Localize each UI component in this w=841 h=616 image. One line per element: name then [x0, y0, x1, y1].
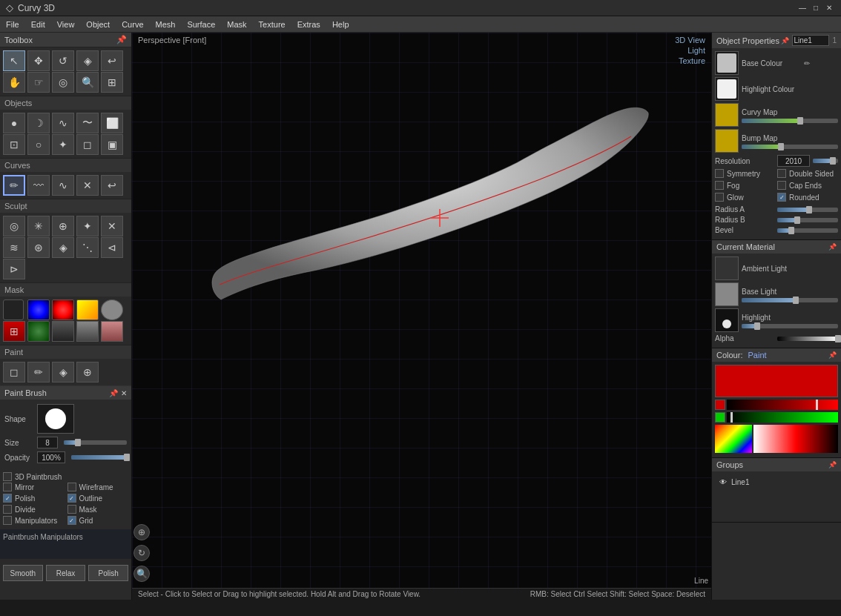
double-sided-checkbox[interactable] — [777, 169, 786, 178]
menu-surface[interactable]: Surface — [181, 19, 221, 30]
hue-box[interactable] — [715, 425, 752, 453]
mask-4[interactable] — [76, 299, 99, 320]
smooth-button[interactable]: Smooth — [3, 565, 43, 581]
paint-2[interactable]: ✏ — [27, 362, 50, 382]
tilde-tool[interactable]: 〜 — [76, 113, 99, 133]
highlight-colour-preview[interactable] — [715, 77, 739, 101]
mask-6[interactable]: ⊞ — [3, 321, 25, 342]
resolution-slider[interactable] — [813, 159, 838, 163]
wireframe-checkbox[interactable] — [67, 483, 76, 491]
bezier-tool[interactable]: 〰 — [27, 175, 50, 196]
polish-checkbox[interactable]: ✓ — [3, 494, 12, 503]
green-swatch-small[interactable] — [715, 412, 725, 423]
mask-2[interactable] — [27, 299, 50, 320]
base-light-slider[interactable] — [742, 298, 838, 302]
view-light-option[interactable]: Light — [687, 46, 705, 55]
crescent-tool[interactable]: ☽ — [27, 113, 50, 133]
sculpt-4[interactable]: ✦ — [76, 216, 99, 236]
outline-checkbox[interactable]: ✓ — [67, 494, 76, 503]
mask-10[interactable] — [101, 321, 123, 342]
sculpt-5[interactable]: ✕ — [101, 216, 123, 236]
undo-tool[interactable]: ↩ — [101, 50, 123, 71]
colour-pin-icon[interactable]: 📌 — [828, 351, 837, 359]
menu-extras[interactable]: Extras — [291, 19, 326, 30]
star-tool[interactable]: ✦ — [52, 134, 74, 155]
ring-tool[interactable]: ○ — [27, 134, 50, 155]
wave-tool[interactable]: ∿ — [52, 113, 74, 133]
size-slider[interactable] — [64, 440, 127, 445]
resolution-input[interactable] — [777, 155, 810, 167]
polish-action-button[interactable]: Polish — [88, 565, 128, 581]
current-material-pin-icon[interactable]: 📌 — [828, 243, 837, 251]
mask-7[interactable] — [27, 321, 50, 342]
select-tool[interactable]: ↖ — [3, 50, 25, 71]
menu-file[interactable]: File — [0, 19, 25, 30]
sculpt-2[interactable]: ✳ — [27, 216, 50, 236]
move-tool[interactable]: ✥ — [27, 50, 50, 71]
curve-undo-tool[interactable]: ↩ — [101, 175, 123, 196]
special-tool[interactable]: ◈ — [76, 50, 99, 71]
curve-draw-tool[interactable]: ✏ — [3, 175, 25, 196]
grid-tool[interactable]: ⊞ — [101, 72, 123, 93]
menu-texture[interactable]: Texture — [253, 19, 291, 30]
close-button[interactable]: ✕ — [823, 2, 835, 14]
grab-tool[interactable]: ✋ — [3, 72, 25, 93]
mask-3[interactable] — [52, 299, 74, 320]
menu-view[interactable]: View — [51, 19, 81, 30]
opacity-slider[interactable] — [71, 455, 127, 460]
radius-b-slider[interactable] — [777, 218, 838, 222]
paint-4[interactable]: ⊕ — [76, 362, 99, 382]
bevel-slider[interactable] — [777, 228, 838, 233]
mask-checkbox[interactable] — [67, 505, 76, 514]
eye-icon-line1[interactable]: 👁 — [718, 477, 728, 487]
red-slider[interactable] — [727, 400, 838, 410]
minimize-button[interactable]: — — [797, 2, 808, 14]
toolbox-pin-icon[interactable]: 📌 — [116, 35, 127, 44]
paint-1[interactable]: ◻ — [3, 362, 25, 382]
highlight-swatch[interactable] — [715, 308, 739, 332]
nav-circle-3[interactable]: 🔍 — [133, 566, 150, 582]
viewport[interactable]: Perspective [Front] 3D View Light Textur… — [132, 33, 711, 600]
mirror-checkbox[interactable] — [3, 483, 12, 491]
menu-mask[interactable]: Mask — [221, 19, 252, 30]
cross-tool[interactable]: ✕ — [76, 175, 99, 196]
mask-9[interactable] — [76, 321, 99, 342]
base-colour-edit-icon[interactable]: ✏ — [804, 59, 810, 67]
red-swatch-small[interactable] — [715, 400, 725, 410]
arc-tool[interactable]: ∿ — [52, 175, 74, 196]
menu-mesh[interactable]: Mesh — [150, 19, 182, 30]
base-colour-preview[interactable] — [715, 51, 739, 75]
manipulators-checkbox[interactable] — [3, 516, 12, 525]
sculpt-8[interactable]: ◈ — [52, 237, 74, 258]
highlight-slider[interactable] — [742, 324, 838, 328]
fill-tool[interactable]: ▣ — [101, 134, 123, 155]
mask-1[interactable] — [3, 299, 24, 320]
object-properties-pin-icon[interactable]: 📌 — [781, 37, 789, 44]
sculpt-10[interactable]: ⊲ — [101, 237, 123, 258]
gizmo-tool[interactable]: ◎ — [52, 72, 74, 93]
object-name-input[interactable] — [792, 35, 829, 46]
rotate-tool[interactable]: ↺ — [52, 50, 74, 71]
radius-a-slider[interactable] — [777, 208, 838, 212]
divide-checkbox[interactable] — [3, 505, 12, 514]
nav-circle-1[interactable]: ⊕ — [133, 524, 150, 540]
view-texture-option[interactable]: Texture — [679, 56, 705, 65]
curvy-map-slider[interactable] — [742, 119, 838, 123]
zoom-tool[interactable]: 🔍 — [76, 72, 99, 93]
square-tool[interactable]: ◻ — [76, 134, 99, 155]
bump-map-slider[interactable] — [742, 145, 838, 149]
rounded-checkbox[interactable]: ✓ — [777, 193, 786, 202]
sculpt-11[interactable]: ⊳ — [3, 259, 25, 279]
relax-button[interactable]: Relax — [46, 565, 86, 581]
colour-picker-gradient[interactable] — [753, 425, 838, 453]
view-3d-option[interactable]: 3D View — [675, 36, 705, 44]
sculpt-7[interactable]: ⊛ — [27, 237, 50, 258]
plane-tool[interactable]: ⬜ — [101, 113, 123, 133]
alpha-slider[interactable] — [777, 337, 838, 341]
ambient-light-swatch[interactable] — [715, 256, 739, 280]
bump-map-preview[interactable] — [715, 129, 739, 153]
3d-paintbrush-checkbox[interactable] — [3, 472, 12, 481]
menu-object[interactable]: Object — [80, 19, 116, 30]
grid-checkbox[interactable]: ✓ — [67, 516, 76, 525]
shape-preview[interactable] — [37, 404, 74, 434]
